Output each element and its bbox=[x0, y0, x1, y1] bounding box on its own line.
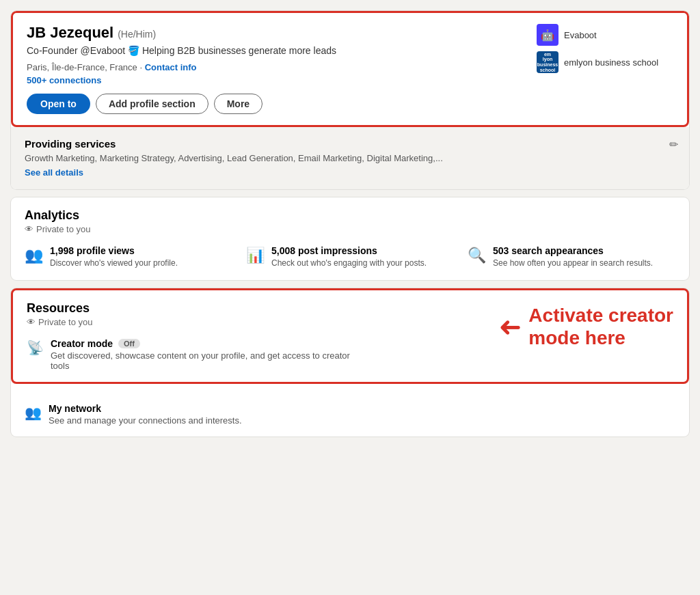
post-impressions-item[interactable]: 📊 5,008 post impressions Check out who's… bbox=[246, 245, 454, 269]
profile-info: JB Jezequel(He/Him) Co-Founder @Evaboot … bbox=[27, 24, 336, 114]
edit-services-icon[interactable]: ✏ bbox=[669, 138, 678, 151]
profile-actions: Open to Add profile section More bbox=[27, 94, 336, 114]
resources-eye-icon: 👁 bbox=[27, 317, 36, 327]
profile-views-item[interactable]: 👥 1,998 profile views Discover who's vie… bbox=[25, 245, 232, 269]
emlyon-logo: emlyonbusinessschool bbox=[537, 51, 558, 73]
resources-section: Resources 👁 Private to you 📡 Creator mod… bbox=[11, 288, 689, 384]
creator-mode-badge: Off bbox=[118, 339, 140, 348]
my-network-desc: See and manage your connections and inte… bbox=[49, 415, 242, 426]
profile-location: Paris, Île-de-France, France · Contact i… bbox=[27, 62, 336, 72]
activate-arrow-icon: ➜ bbox=[498, 311, 522, 342]
services-list: Growth Marketing, Marketing Strategy, Ad… bbox=[25, 152, 675, 165]
open-to-button[interactable]: Open to bbox=[27, 94, 90, 114]
profile-companies: 🤖 Evaboot emlyonbusinessschool emlyon bu… bbox=[537, 24, 673, 73]
my-network-icon: 👥 bbox=[25, 404, 42, 421]
my-network-info: My network See and manage your connectio… bbox=[49, 403, 242, 426]
add-profile-section-button[interactable]: Add profile section bbox=[96, 94, 208, 114]
profile-pronouns: (He/Him) bbox=[118, 29, 156, 40]
resources-card: Resources 👁 Private to you 📡 Creator mod… bbox=[11, 288, 689, 437]
services-title: Providing services bbox=[25, 138, 675, 150]
profile-views-title: 1,998 profile views bbox=[50, 245, 178, 256]
post-impressions-icon: 📊 bbox=[246, 247, 265, 264]
profile-section: JB Jezequel(He/Him) Co-Founder @Evaboot … bbox=[11, 11, 689, 127]
eye-icon: 👁 bbox=[25, 224, 33, 234]
emlyon-name: emlyon business school bbox=[564, 57, 658, 68]
analytics-private-label: 👁 Private to you bbox=[25, 224, 675, 234]
profile-tagline: Co-Founder @Evaboot 🪣 Helping B2B busine… bbox=[27, 44, 336, 58]
post-impressions-desc: Check out who's engaging with your posts… bbox=[271, 258, 427, 269]
services-section: ✏ Providing services Growth Marketing, M… bbox=[11, 127, 689, 189]
resources-title: Resources bbox=[27, 301, 350, 316]
profile-views-desc: Discover who's viewed your profile. bbox=[50, 258, 178, 269]
profile-views-info: 1,998 profile views Discover who's viewe… bbox=[50, 245, 178, 269]
search-appearances-title: 503 search appearances bbox=[493, 245, 653, 256]
resources-private-label: 👁 Private to you bbox=[27, 317, 350, 327]
evaboot-name: Evaboot bbox=[564, 30, 597, 40]
activate-creator-mode-annotation: ➜ Activate creatormode here bbox=[498, 304, 673, 350]
profile-card: JB Jezequel(He/Him) Co-Founder @Evaboot … bbox=[11, 11, 689, 189]
analytics-card: Analytics 👁 Private to you 👥 1,998 profi… bbox=[11, 197, 689, 280]
evaboot-logo: 🤖 bbox=[537, 24, 558, 46]
analytics-grid: 👥 1,998 profile views Discover who's vie… bbox=[25, 245, 675, 269]
post-impressions-info: 5,008 post impressions Check out who's e… bbox=[271, 245, 427, 269]
search-appearances-icon: 🔍 bbox=[468, 247, 486, 264]
search-appearances-item[interactable]: 🔍 503 search appearances See how often y… bbox=[468, 245, 675, 269]
creator-mode-icon: 📡 bbox=[27, 340, 44, 356]
search-appearances-desc: See how often you appear in search resul… bbox=[493, 258, 653, 269]
activate-annotation-text: Activate creatormode here bbox=[528, 304, 673, 350]
profile-name: JB Jezequel bbox=[27, 24, 113, 41]
contact-info-link[interactable]: Contact info bbox=[145, 62, 197, 72]
post-impressions-title: 5,008 post impressions bbox=[271, 245, 427, 256]
creator-mode-desc: Get discovered, showcase content on your… bbox=[51, 350, 350, 371]
creator-mode-title: Creator mode Off bbox=[51, 338, 350, 349]
company-emlyon[interactable]: emlyonbusinessschool emlyon business sch… bbox=[537, 51, 658, 73]
company-evaboot[interactable]: 🤖 Evaboot bbox=[537, 24, 597, 46]
resources-content: Resources 👁 Private to you 📡 Creator mod… bbox=[27, 301, 350, 371]
see-all-details-link[interactable]: See all details bbox=[25, 167, 83, 178]
analytics-title: Analytics bbox=[25, 208, 675, 223]
search-appearances-info: 503 search appearances See how often you… bbox=[493, 245, 653, 269]
connections-link[interactable]: 500+ connections bbox=[27, 75, 336, 85]
profile-top: JB Jezequel(He/Him) Co-Founder @Evaboot … bbox=[27, 24, 673, 114]
creator-mode-info: Creator mode Off Get discovered, showcas… bbox=[51, 338, 350, 371]
profile-views-icon: 👥 bbox=[25, 247, 43, 264]
creator-mode-row: 📡 Creator mode Off Get discovered, showc… bbox=[27, 338, 350, 371]
my-network-title: My network bbox=[49, 403, 242, 414]
my-network-row[interactable]: 👥 My network See and manage your connect… bbox=[11, 395, 689, 437]
more-button[interactable]: More bbox=[214, 94, 262, 114]
